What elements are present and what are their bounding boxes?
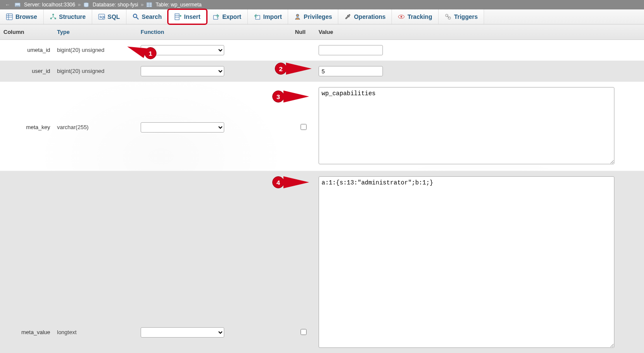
tab-browse[interactable]: Browse (0, 9, 44, 24)
insert-row: umeta_id bigint(20) unsigned (0, 40, 644, 61)
value-input[interactable] (319, 45, 383, 55)
browse-icon (6, 13, 13, 20)
tab-label: Import (263, 13, 282, 20)
column-type: longtext (54, 175, 137, 337)
tab-sql[interactable]: SQL SQL (92, 9, 126, 24)
tab-structure[interactable]: Structure (44, 9, 92, 24)
insert-icon (175, 13, 181, 20)
privileges-icon (294, 13, 301, 20)
sql-icon: SQL (98, 13, 105, 20)
svg-point-23 (296, 14, 299, 17)
header-column: Column (0, 27, 54, 37)
column-name: meta_value (0, 175, 54, 337)
breadcrumb: ← Server: localhost:3306 » Database: sho… (0, 0, 644, 9)
svg-rect-7 (6, 14, 12, 20)
triggers-icon (445, 13, 451, 20)
operations-icon (344, 13, 351, 20)
back-arrow-icon[interactable]: ← (3, 2, 12, 8)
function-select[interactable] (141, 327, 224, 338)
function-select[interactable] (141, 66, 224, 76)
search-icon (132, 13, 139, 20)
svg-rect-1 (16, 6, 20, 6)
tab-label: SQL (108, 13, 120, 20)
function-select[interactable] (141, 45, 224, 55)
tab-label: Export (222, 13, 241, 20)
database-icon (83, 2, 89, 7)
tab-label: Tracking (407, 13, 432, 20)
tab-label: Structure (59, 13, 86, 20)
null-checkbox[interactable] (301, 329, 307, 335)
value-textarea[interactable] (319, 176, 614, 348)
column-name: user_id (0, 64, 54, 76)
tab-label: Browse (15, 13, 37, 20)
tab-import[interactable]: Import (248, 9, 289, 24)
column-type: varchar(255) (54, 85, 137, 132)
tab-search[interactable]: Search (126, 9, 169, 24)
tab-label: Triggers (454, 13, 478, 20)
svg-point-11 (52, 14, 54, 15)
svg-line-17 (136, 17, 138, 19)
column-name: meta_key (0, 85, 54, 132)
insert-row: meta_key varchar(255) 3 (0, 82, 644, 171)
tab-operations[interactable]: Operations (338, 9, 392, 24)
tab-insert[interactable]: Insert (167, 9, 208, 25)
breadcrumb-database[interactable]: Database: shop-fysi (93, 2, 138, 8)
breadcrumb-table[interactable]: Table: wp_usermeta (156, 2, 202, 8)
tab-export[interactable]: Export (207, 9, 247, 24)
null-checkbox[interactable] (301, 124, 307, 130)
tab-tracking[interactable]: Tracking (392, 9, 439, 24)
svg-text:SQL: SQL (99, 15, 105, 19)
insert-row: meta_value longtext 4 (0, 171, 644, 353)
server-icon (15, 2, 21, 7)
svg-point-16 (133, 14, 137, 18)
value-textarea[interactable] (319, 87, 614, 164)
column-type: bigint(20) unsigned (54, 43, 137, 55)
tab-triggers[interactable]: Triggers (439, 9, 484, 24)
tracking-icon (398, 13, 405, 20)
header-type[interactable]: Type (54, 27, 137, 37)
function-select[interactable] (141, 122, 224, 133)
svg-rect-18 (175, 14, 179, 20)
tab-label: Privileges (304, 13, 332, 20)
tab-bar: Browse Structure SQL SQL Search Insert E… (0, 9, 644, 24)
insert-row: user_id bigint(20) unsigned 2 (0, 61, 644, 82)
tab-label: Search (142, 13, 162, 20)
breadcrumb-sep: » (78, 2, 81, 8)
tab-label: Operations (354, 13, 385, 20)
svg-point-25 (400, 16, 402, 18)
import-icon (254, 13, 261, 20)
export-icon (213, 13, 220, 20)
insert-table-header: Column Type Function Null Value (0, 24, 644, 40)
breadcrumb-server[interactable]: Server: localhost:3306 (24, 2, 75, 8)
header-function[interactable]: Function (137, 27, 292, 37)
header-null: Null (292, 27, 315, 37)
tab-privileges[interactable]: Privileges (288, 9, 338, 24)
table-icon (146, 2, 152, 7)
column-name: umeta_id (0, 43, 54, 55)
value-input[interactable] (319, 66, 383, 76)
tab-label: Insert (184, 13, 200, 20)
column-type: bigint(20) unsigned (54, 64, 137, 76)
header-value: Value (315, 27, 644, 37)
structure-icon (50, 13, 57, 20)
breadcrumb-sep: » (141, 2, 144, 8)
